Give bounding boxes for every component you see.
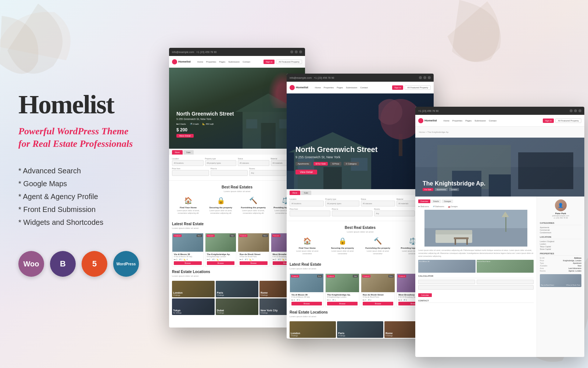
ss-property-2-img: Featured Sale [205, 233, 236, 252]
screenshot-main: info@example.com +1 (23) 456 78 90 Homel… [169, 48, 305, 328]
ss-secondary-tab-sale[interactable]: Sale [301, 191, 311, 195]
ss-sec-property-1: Featured Rent Via di Mezzo 38 9 Via di M… [290, 273, 324, 307]
ss-sec-property-3-btn[interactable]: Browse [363, 302, 393, 305]
ss-tertiary-thumb-1: Via di Mezzo 38 [418, 260, 476, 273]
ss-main-best-sub: Lorem ipsum dolor sit amet [172, 190, 302, 192]
ss-secondary-tab-rent[interactable]: Rent [290, 191, 300, 195]
ss-main-logo: Homelist [172, 59, 191, 64]
ss-main-tab-rent[interactable]: Rent [172, 150, 183, 155]
ss-secondary-topbar: info@example.com +1 (23) 456 78 90 [287, 74, 434, 82]
wordpress-badge: WordPress [113, 251, 139, 277]
ss-property-1: Featured Rent Via di Mezzo 38 9 Via di M… [172, 233, 204, 267]
ss-tertiary-signin-btn[interactable]: Sign in [543, 118, 554, 123]
ss-tertiary-navbar: Homelist Home Properties Pages Submissio… [415, 115, 584, 127]
ss-secondary-category-btn[interactable]: ≡ Category [344, 162, 359, 166]
ss-main-signin-btn[interactable]: Sign in [263, 60, 275, 64]
screenshots-area: info@example.com +1 (23) 456 78 90 Homel… [158, 0, 588, 368]
ss-tertiary-calc-price[interactable] [418, 280, 475, 284]
ss-tertiary-topbar: +1 (23) 456 78 90 [415, 107, 584, 115]
ss-property-2-btn[interactable]: Browse [207, 261, 235, 265]
ss-main-phone: +1 (23) 456 78 90 [196, 51, 216, 53]
ss-tertiary-tab-overview[interactable]: Overview [418, 199, 430, 203]
ss-tertiary-properties-section: PROPERTIES $ 140 Address Price Knightsbr… [540, 252, 581, 272]
ss-main-locations-title: Real Estate Locations [172, 270, 302, 274]
ss-sec-property-1-btn[interactable]: Browse [291, 302, 322, 305]
ss-tertiary-agent-avatar: 👤 [555, 199, 567, 211]
ss-main-nav-btns: Sign in All Featured Property [263, 60, 302, 64]
ss-tertiary-hero-title: The Knightsbridge Ap. [423, 180, 485, 187]
ss-sec-property-2-btn[interactable]: Browse [327, 302, 358, 305]
hammer-icon: 🔨 [249, 196, 258, 205]
ss-secondary-hero-addr: 9 255 Greenwich St, New York [295, 155, 377, 159]
ss-tertiary-tab-details[interactable]: Details [431, 199, 441, 203]
ss-location-london[interactable]: London 3 listings [172, 281, 215, 297]
ss-secondary-search-bar: Location All locations Property type All… [287, 195, 434, 221]
svg-rect-27 [455, 239, 456, 245]
ss-main-tab-sale[interactable]: Sale [183, 150, 194, 155]
ss-main-hero-stats: 🛏 3 beds 🚿 2 bath 📐 450 sqft [176, 123, 234, 125]
breadcrumb: Home > The Knightsbridge Ap. [419, 131, 449, 133]
ss-feature-furnish: 🔨 Furnishing the property Lorem ipsum do… [239, 196, 268, 215]
ss-secondary-featured-btn[interactable]: All Featured Property [405, 85, 431, 90]
home-icon-2: 🏠 [303, 237, 312, 245]
ss-location-paris[interactable]: Paris 4 listings [216, 281, 258, 297]
ss-secondary-detail-btn[interactable]: View Detail [295, 170, 317, 174]
ss-tertiary-featured-btn[interactable]: All Featured Property [555, 118, 581, 123]
ss-tertiary-forsale-tab[interactable]: For Sale [423, 188, 433, 191]
ss-secondary-hero: North Greenwich Street 9 255 Greenwich S… [287, 93, 434, 189]
ss-sec-location-paris[interactable]: Paris 4 listings [337, 321, 383, 338]
ss-property-1-img: Featured Rent [172, 233, 203, 252]
ss-secondary-apartments-btn[interactable]: Apartments [295, 162, 311, 166]
ss-main-locations-grid: London 3 listings Paris 4 listings Rome … [169, 281, 305, 318]
svg-rect-26 [454, 237, 469, 239]
feature-agent-agency: * Agent & Agency Profile [18, 190, 140, 203]
ss-tertiary-sidebar-property: Rue de Rivoli Street 9 Rue de Rivoli, Pa… [540, 274, 581, 287]
svg-rect-2 [261, 123, 276, 149]
bootstrap-badge: B [50, 251, 76, 277]
logo-text: Homelist [178, 60, 191, 63]
ss-tertiary-apartments-tab[interactable]: Apartments [435, 188, 448, 191]
ss-tertiary-sidebar: 👤 Peter Park peter@example.com +1 (23) 4… [537, 197, 584, 357]
ss-secondary-price-btn[interactable]: $ Price [330, 162, 341, 166]
ss-main-search-row2: Price from Price to Rooms Any Search [172, 167, 302, 176]
ss-property-3: Featured Rent Rue de Rivoli Street 9 Rue… [238, 233, 269, 267]
ss-tertiary-hero: The Knightsbridge Ap. For Sale Apartment… [415, 138, 584, 197]
ss-tertiary-calculate-btn[interactable]: Calculate [418, 293, 432, 297]
ss-sec-property-2: Featured Sale The Knightsbridge Ap. 9 Kn… [325, 273, 359, 307]
ss-secondary-forsale-btn[interactable]: $ For Sale [313, 162, 328, 166]
ss-main-locations-sub: Lorem ipsum dolor sit amet [172, 275, 302, 277]
ss-sec-location-london[interactable]: London 3 listings [290, 321, 336, 338]
ss-tertiary-calc-years[interactable] [477, 280, 534, 284]
home-icon: 🏠 [184, 196, 193, 205]
ss-tertiary-interior-main-svg [418, 210, 534, 247]
badge-row: Woo B 5 WordPress [18, 251, 140, 277]
left-panel: Homelist Powerful WordPress Themefor Rea… [0, 0, 158, 368]
ss-main-field-price-to: Price to [211, 167, 248, 176]
ss-main-hero: North Greenwich Street 9 255 Greenwich S… [169, 68, 305, 149]
ss-secondary-signin-btn[interactable]: Sign in [392, 85, 403, 90]
ss-secondary-hero-content: North Greenwich Street 9 255 Greenwich S… [295, 145, 377, 174]
ss-tertiary-location-section: LOCATION London / England London Tokyo C… [540, 236, 581, 250]
ss-main-nav: Home Properties Pages Submission Contact [197, 61, 250, 63]
ss-property-3-btn[interactable]: Browse [240, 261, 268, 265]
ss-location-dubai[interactable]: Dubai 4 listings [216, 298, 258, 315]
ss-location-tokyo[interactable]: Tokyo No listings [172, 298, 215, 315]
ss-secondary-locations-row: London 3 listings Paris 4 listings Rome … [287, 321, 434, 339]
svg-rect-19 [489, 174, 511, 197]
ss-tertiary-tab-garages[interactable]: Garages [442, 199, 453, 203]
ss-feature-home: 🏠 Find Your Home Lorem ipsum dolor sit a… [174, 196, 202, 215]
svg-rect-28 [466, 239, 468, 245]
ss-tertiary-agent-section: 👤 Peter Park peter@example.com +1 (23) 4… [540, 199, 581, 219]
ss-main-featured-btn[interactable]: All Featured Property [276, 60, 302, 64]
ss-main-field-type: Property type All property types [205, 158, 237, 166]
ss-main-features-row: 🏠 Find Your Home Lorem ipsum dolor sit a… [172, 196, 302, 215]
ss-tertiary-london-tab[interactable]: London [449, 188, 459, 191]
ss-main-hero-btn[interactable]: More Detail [176, 134, 194, 138]
ss-property-1-btn[interactable]: Browse [174, 261, 202, 265]
svg-rect-17 [518, 152, 573, 189]
ss-tertiary-calc-rate[interactable] [418, 285, 534, 290]
ss-property-2-info: The Knightsbridge Ap. 9 Knightsbridge Lo… [205, 252, 236, 266]
ss-main-topbar: info@example.com +1 (23) 456 78 90 [169, 48, 305, 56]
ss-main-best-section: Best Real Estates Lorem ipsum dolor sit … [169, 181, 305, 222]
ss-main-latest-header: Latest Real Estate Lorem ipsum dolor sit… [169, 222, 305, 229]
